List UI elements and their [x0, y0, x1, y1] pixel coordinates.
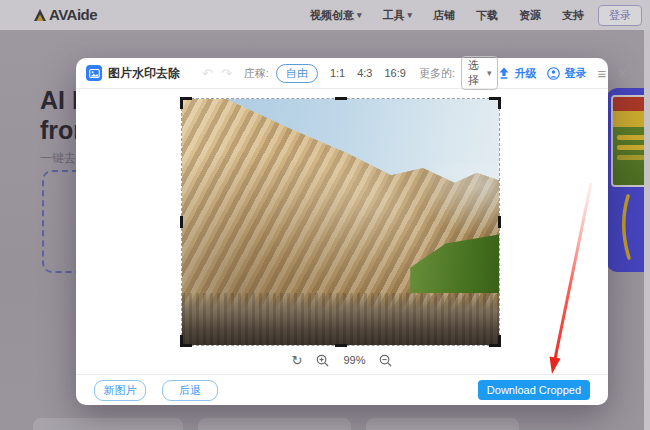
chevron-down-icon: ▾ [408, 10, 413, 20]
nav-item-resources[interactable]: 资源 [519, 8, 541, 23]
crop-handle-bottom-left[interactable] [180, 335, 192, 347]
upgrade-button[interactable]: 升级 [498, 66, 536, 81]
crop-handle-left[interactable] [180, 216, 183, 228]
zoom-in-icon[interactable] [316, 354, 329, 367]
user-icon [547, 67, 560, 80]
ratio-1-1-button[interactable]: 1:1 [330, 67, 345, 79]
page-scrollbar[interactable] [644, 30, 650, 430]
download-cropped-button[interactable]: Download Cropped [478, 380, 590, 400]
watermark-remover-dialog: 图片水印去除 ↶ ↷ 庄稼: 自由 1:1 4:3 16:9 更多的: 选择 ▾ [76, 58, 608, 405]
dialog-header-actions: 升级 登录 ≡ ✕ [498, 66, 628, 81]
crop-handle-bottom-right[interactable] [489, 335, 501, 347]
screen: AVAide 视频创意 ▾ 工具 ▾ 店铺 下载 资源 支持 登录 [0, 0, 650, 430]
menu-icon[interactable]: ≡ [597, 66, 606, 81]
chevron-down-icon: ▾ [487, 68, 492, 78]
quarry-photo [182, 99, 499, 345]
more-ratios-label: 更多的: [419, 66, 455, 81]
nav-item-download[interactable]: 下载 [476, 8, 498, 23]
dialog-title: 图片水印去除 [108, 65, 180, 82]
crop-handle-bottom[interactable] [335, 344, 347, 347]
avaide-logo-icon [33, 8, 47, 22]
hero-subtitle: 一键去 [40, 150, 76, 167]
back-button[interactable]: 后退 [162, 380, 218, 401]
zoom-toolbar: ↻ 99% [76, 350, 608, 370]
dialog-header: 图片水印去除 ↶ ↷ 庄稼: 自由 1:1 4:3 16:9 更多的: 选择 ▾ [76, 58, 608, 89]
image-tool-icon [86, 65, 102, 81]
zoom-level-value: 99% [343, 354, 365, 366]
crop-ratio-label: 庄稼: [244, 66, 269, 81]
chevron-down-icon: ▾ [357, 10, 362, 20]
history-controls: ↶ ↷ [202, 67, 232, 80]
nav-menu: 视频创意 ▾ 工具 ▾ 店铺 下载 资源 支持 [310, 0, 584, 30]
nav-item-store[interactable]: 店铺 [433, 8, 455, 23]
crop-canvas [76, 90, 608, 374]
feature-card [198, 418, 351, 430]
ratio-16-9-button[interactable]: 16:9 [384, 67, 405, 79]
zoom-out-icon[interactable] [379, 354, 392, 367]
crop-handle-top-left[interactable] [180, 97, 192, 109]
nav-item-video-creative[interactable]: 视频创意 ▾ [310, 8, 362, 23]
feature-card [33, 418, 183, 430]
crop-handle-top-right[interactable] [489, 97, 501, 109]
nav-login-button[interactable]: 登录 [598, 5, 642, 26]
dialog-login-button[interactable]: 登录 [547, 66, 586, 81]
crop-region[interactable] [182, 99, 499, 345]
crop-handle-right[interactable] [498, 216, 501, 228]
top-navbar: AVAide 视频创意 ▾ 工具 ▾ 店铺 下载 资源 支持 登录 [0, 0, 650, 30]
undo-icon[interactable]: ↶ [202, 67, 213, 80]
close-icon[interactable]: ✕ [617, 67, 628, 80]
ratio-4-3-button[interactable]: 4:3 [357, 67, 372, 79]
feature-card [366, 418, 519, 430]
nav-item-tools[interactable]: 工具 ▾ [383, 8, 413, 23]
avaide-logo[interactable]: AVAide [33, 6, 97, 23]
crop-handle-top[interactable] [335, 97, 347, 100]
redo-icon[interactable]: ↷ [221, 67, 232, 80]
rotate-icon[interactable]: ↻ [292, 354, 303, 367]
ratio-select-dropdown[interactable]: 选择 ▾ [461, 56, 499, 90]
dialog-footer: 新图片 后退 Download Cropped [76, 374, 608, 405]
logo-text: AVAide [49, 6, 97, 23]
ratio-free-button[interactable]: 自由 [276, 64, 318, 83]
upgrade-arrow-icon [498, 67, 510, 79]
nav-item-support[interactable]: 支持 [562, 8, 584, 23]
new-image-button[interactable]: 新图片 [94, 380, 146, 401]
